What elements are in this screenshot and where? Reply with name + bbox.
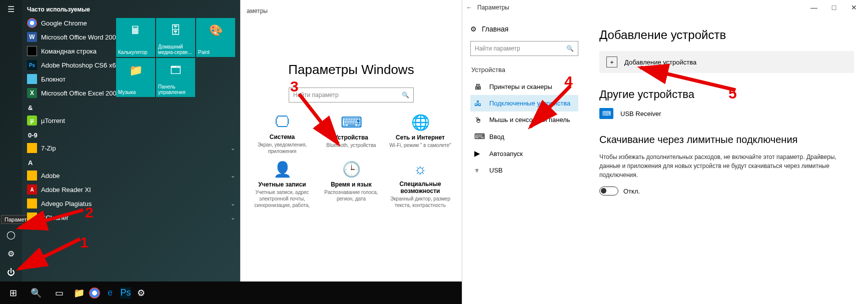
connected-devices-icon: 🖧 [474,99,483,108]
window-titlebar: ← Параметры — □ ✕ [462,0,868,15]
search-placeholder: Найти параметр [475,45,520,52]
cat-sub: Wi-Fi, режим " в самолете" [389,142,452,148]
cat-accessibility[interactable]: ☼Специальные возможностиЭкранный диктор,… [389,160,452,208]
user-icon[interactable]: ◯ [6,230,16,240]
hamburger-icon[interactable]: ☰ [6,4,16,14]
cat-title: Сеть и Интернет [389,134,452,141]
nav-label: Мышь и сенсорная панель [489,116,570,124]
tile-control-panel[interactable]: 🗔Панель управления [156,58,195,97]
devices-icon: ⌨ [320,114,383,131]
cat-title: Устройства [320,134,383,141]
taskbar-folder-icon[interactable]: 📁 [72,286,86,300]
nav-home-label: Главная [482,25,508,33]
app-label: Блокнот [41,76,66,83]
app-adobe[interactable]: Adobe⌄ [25,168,237,182]
letter-09[interactable]: 0-9 [28,132,237,139]
cat-devices[interactable]: ⌨УстройстваBluetooth, устройства [320,114,383,154]
search-button[interactable]: 🔍 [26,283,46,303]
cat-title: Специальные возможности [389,180,452,194]
add-device-button[interactable]: + Добавление устройства [599,51,854,73]
mouse-icon: 🖱 [474,116,483,124]
cat-title: Система [251,134,314,140]
app-advego[interactable]: Advego Plagiatus⌄ [25,196,237,210]
time-lang-icon: 🕒 [320,160,383,178]
task-view-button[interactable]: ▭ [49,283,69,303]
settings-gear-icon[interactable]: ⚙ [6,248,16,258]
cat-sub: Распознавание голоса, регион, дата [320,189,383,202]
metered-description: Чтобы избежать дополнительных расходов, … [599,152,854,180]
app-label: Microsoft Office Word 2007 [41,34,120,41]
chevron-down-icon: ⌄ [231,145,235,152]
nav-home[interactable]: ⚙Главная [470,25,578,33]
maximize-button[interactable]: □ [824,1,844,14]
cat-system[interactable]: 🖵СистемаЭкран, уведомления, приложения [251,114,314,154]
close-button[interactable]: ✕ [844,1,864,14]
app-adobe-reader[interactable]: AAdobe Reader XI [25,182,237,196]
app-label: Microsoft Office Excel 2007 [41,90,120,97]
paint-icon: 🎨 [209,24,223,37]
nav-typing[interactable]: ⌨Ввод [470,128,578,145]
device-label: USB Receiver [620,110,661,118]
cat-title: Время и язык [320,181,383,188]
tile-calc[interactable]: 🖩Калькулятор [116,18,155,57]
app-label: Google Chrome [41,20,87,27]
settings-title: Параметры Windows [241,62,462,78]
main-search-input[interactable]: Найти параметр 🔍 [289,88,414,102]
nav-autoplay[interactable]: ▶Автозапуск [470,145,578,162]
cat-sub: Учетные записи, адрес электронной почты,… [251,189,314,208]
metered-toggle[interactable]: Откл. [599,186,854,196]
toggle-label: Откл. [623,188,640,195]
app-ccleaner[interactable]: CCleaner⌄ [25,210,237,224]
autoplay-icon: ▶ [474,149,483,158]
nav-printers[interactable]: 🖶Принтеры и сканеры [470,78,578,95]
power-icon[interactable]: ⏻ [6,268,16,278]
back-icon[interactable]: ← [466,4,472,11]
gear-icon: ⚙ [470,25,477,33]
start-tiles: 🖩Калькулятор 🗄Домашний медиа-серве... 🎨P… [116,18,235,97]
devices-content: Добавление устройств + Добавление устрой… [586,15,868,304]
cat-time-lang[interactable]: 🕒Время и языкРаспознавание голоса, регио… [320,160,383,208]
cat-sub: Экранный диктор, размер текста, контраст… [389,196,452,208]
taskbar-edge-icon[interactable]: e [103,286,117,300]
device-usb-receiver[interactable]: ⌨ USB Receiver [599,108,854,119]
taskbar-chrome-icon[interactable] [89,288,100,298]
app-label: Adobe Photoshop CS6 x64 [41,62,120,69]
chevron-down-icon: ⌄ [231,200,235,207]
app-label: 7-Zip [41,144,56,152]
tile-media[interactable]: 🗄Домашний медиа-серве... [156,18,195,57]
taskbar-settings-icon[interactable]: ⚙ [134,286,148,300]
letter-amp[interactable]: & [28,104,237,112]
app-7zip[interactable]: 7-Zip⌄ [25,141,237,155]
app-utorrent[interactable]: µµTorrent [25,114,237,128]
tile-paint[interactable]: 🎨Paint [196,18,235,57]
printer-icon: 🖶 [474,82,483,91]
frequent-header: Часто используемые [27,6,237,13]
devices-section-header: Устройства [471,66,578,74]
nav-mouse[interactable]: 🖱Мышь и сенсорная панель [470,112,578,128]
tile-label: Калькулятор [118,50,153,55]
nav-label: Принтеры и сканеры [489,83,552,90]
nav-label: Ввод [489,133,504,140]
devices-search-input[interactable]: Найти параметр🔍 [470,41,578,56]
nav-label: USB [489,166,503,174]
search-placeholder: Найти параметр [293,92,339,98]
cat-sub: Экран, уведомления, приложения [251,142,314,154]
taskbar-photoshop-icon[interactable]: Ps [120,288,131,298]
accessibility-icon: ☼ [389,160,452,178]
app-label: Adobe Reader XI [41,186,91,194]
other-devices-heading: Другие устройства [599,88,854,101]
app-label: Advego Plagiatus [41,200,92,208]
usb-icon: ᯤ [474,166,483,174]
nav-usb[interactable]: ᯤUSB [470,162,578,178]
minimize-button[interactable]: — [804,1,824,14]
letter-a[interactable]: A [28,159,237,166]
start-button[interactable]: ⊞ [3,283,23,303]
settings-window-main: аметры Параметры Windows Найти параметр … [240,0,462,282]
nav-connected-devices[interactable]: 🖧Подключенные устройства [470,95,578,112]
tile-label: Музыка [118,90,153,95]
cat-accounts[interactable]: 👤Учетные записиУчетные записи, адрес эле… [251,160,314,208]
cat-network[interactable]: 🌐Сеть и ИнтернетWi-Fi, режим " в самолет… [389,114,452,154]
system-icon: 🖵 [251,114,314,130]
folder-icon: 📁 [129,64,143,77]
tile-music[interactable]: 📁Музыка [116,58,155,97]
